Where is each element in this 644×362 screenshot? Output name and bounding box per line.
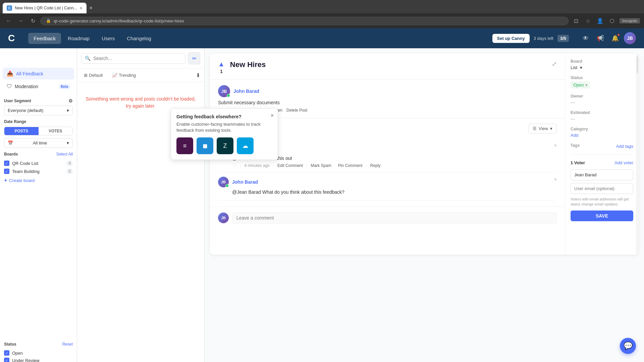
add-voter-link[interactable]: Add voter [614,160,633,165]
board-checkbox-team[interactable]: ✓ [4,169,9,174]
popup-title: Getting feedback elsewhere? [176,114,272,119]
estimated-value: — [571,116,633,121]
salesforce-logo[interactable]: ☁ [237,137,254,154]
add-category-link[interactable]: Add [571,133,578,138]
default-filter-button[interactable]: ⊞ Default [81,71,105,79]
search-box[interactable]: 🔍 [81,53,185,64]
user-segment-settings-icon[interactable]: ⚙ [68,98,73,104]
url-bar[interactable]: 🔒 qr-code-generator.canny.io/admin/feedb… [40,17,569,25]
browser-window: C New Hires | QR Code List | Cann... × +… [0,0,644,28]
save-voter-button[interactable]: SAVE [571,210,633,221]
calendar-icon: 📅 [8,140,13,145]
board-count-qr: 4 [66,161,73,166]
voter-section: 1 Voter Add voter Voters with email addr… [571,155,633,221]
user-segment-section: User Segment ⚙ Everyone (default) ▾ [0,98,77,119]
forward-button[interactable]: → [16,16,25,25]
chevron-down-icon: ▾ [67,140,69,145]
comment-time-1: · [240,163,241,168]
votes-toggle[interactable]: VOTES [39,127,73,135]
upvote-icon[interactable]: ▲ [218,60,225,68]
board-count-team: 0 [66,169,73,174]
notification-bell-icon[interactable]: 🔔 [609,32,621,44]
boards-section: Boards Select All ✓ QR Code List 4 ✓ Tea… [0,152,77,342]
avatar[interactable]: JB [624,32,636,44]
search-input[interactable] [93,56,182,61]
browser-tab[interactable]: C New Hires | QR Code List | Cann... × [3,3,87,13]
announcement-icon[interactable]: 📢 [594,32,606,44]
reset-link[interactable]: Reset [62,342,73,347]
voter-name-input[interactable] [571,169,633,180]
post-header: ▲ 1 New Hires ⤢ [210,54,565,80]
nav-link-roadmap[interactable]: Roadmap [62,33,95,44]
nav-link-users[interactable]: Users [96,33,120,44]
sidebar-item-moderation[interactable]: 🛡 Moderation Beta [3,81,74,92]
notification-dot [617,34,620,36]
status-value[interactable]: Open ▾ [571,81,633,88]
sidebar: 📥 All Feedback 🛡 Moderation Beta User Se… [0,48,77,362]
chevron-down-icon: ▾ [67,108,69,113]
status-checkbox-under-review[interactable]: ✓ [4,358,9,362]
zendesk-logo[interactable]: Z [217,137,233,154]
all-time-dropdown[interactable]: 📅 All time ▾ [4,138,73,148]
view-button[interactable]: ☰ View ▾ [528,124,557,133]
add-tags-link[interactable]: Add tags [616,144,633,149]
create-board-item[interactable]: + Create board [4,175,73,185]
edit-comment-link-1[interactable]: Edit Comment [277,163,303,168]
category-value[interactable]: Add [571,133,633,138]
comment-close-1[interactable]: × [554,143,557,148]
new-tab-button[interactable]: + [87,5,96,12]
delete-post-link[interactable]: Delete Post [286,108,307,113]
comment-author-2[interactable]: John Barad [232,179,258,185]
chevron-down-icon: ▾ [580,65,582,70]
edit-button[interactable]: ✏ [188,52,200,64]
slack-logo[interactable]: ≡ [176,137,193,154]
leave-comment-input[interactable] [232,212,557,224]
posts-toggle[interactable]: POSTS [4,127,39,135]
app-logo[interactable]: C [8,33,15,44]
eye-icon[interactable]: 👁 [580,32,592,44]
bookmark-icon[interactable]: ☆ [583,16,593,25]
intercom-logo[interactable]: ◼ [197,137,213,154]
sidebar-item-all-feedback[interactable]: 📥 All Feedback [3,68,74,79]
status-checkbox-open[interactable]: ✓ [4,350,9,356]
online-indicator [227,94,230,97]
status-item-under-review[interactable]: ✓ Under Review [4,357,73,362]
setup-canny-button[interactable]: Set up Canny [492,34,530,43]
expand-button[interactable]: ⤢ [552,60,557,68]
heart-icon-1[interactable]: ♡ [232,163,236,168]
pin-comment-link-1[interactable]: Pin Comment [338,163,363,168]
tab-close-button[interactable]: × [80,5,83,11]
extensions-icon[interactable]: ⬡ [607,16,617,25]
nav-link-feedback[interactable]: Feedback [28,33,61,44]
search-icon: 🔍 [85,56,91,61]
status-item-open[interactable]: ✓ Open [4,349,73,357]
reply-link-1[interactable]: Reply [370,163,381,168]
cast-icon[interactable]: ⊡ [571,16,581,25]
chat-bubble[interactable]: 💬 [620,338,636,354]
author-name[interactable]: John Barad [233,88,259,94]
leave-comment-section: JB [210,206,565,229]
detail-panel: ▲ 1 New Hires ⤢ JB John B [205,48,644,362]
board-value[interactable]: List ▾ [571,65,633,70]
user-segment-dropdown[interactable]: Everyone (default) ▾ [4,106,73,115]
back-button[interactable]: ← [4,16,13,25]
trending-filter-button[interactable]: 📈 Trending [109,71,139,79]
status-chip[interactable]: Open ▾ [571,81,590,88]
days-left-label: 3 days left [534,36,553,41]
profile-icon[interactable]: 👤 [595,16,605,25]
tags-row: Tags Add tags [571,143,633,149]
voter-email-input[interactable] [571,183,633,194]
owner-field: Owner — [571,94,633,105]
board-item-qr-code-list[interactable]: ✓ QR Code List 4 [4,159,73,167]
popup-close-button[interactable]: × [271,113,274,119]
select-all-link[interactable]: Select All [56,152,73,157]
refresh-button[interactable]: ↻ [28,16,38,25]
board-item-team-building[interactable]: ✓ Team Building 0 [4,167,73,175]
vote-box[interactable]: ▲ 1 [218,60,225,74]
estimated-field: Estimated — [571,110,633,121]
board-checkbox-qr[interactable]: ✓ [4,161,9,166]
download-button[interactable]: ⬇ [196,72,200,78]
comment-close-2[interactable]: × [554,177,557,182]
mark-spam-comment-1[interactable]: Mark Spam [311,163,331,168]
nav-link-changelog[interactable]: Changelog [121,33,157,44]
